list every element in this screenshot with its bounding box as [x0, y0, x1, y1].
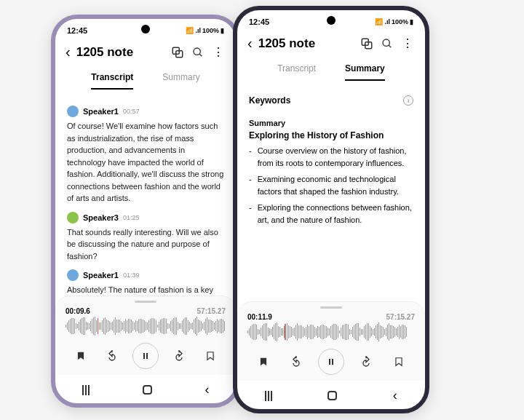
- transcript-text[interactable]: That sounds really interesting. Will we …: [67, 226, 224, 263]
- playhead-cursor[interactable]: [285, 324, 285, 340]
- tab-summary[interactable]: Summary: [162, 66, 199, 90]
- nav-recents[interactable]: [82, 385, 90, 395]
- speaker-name: Speaker1: [83, 107, 119, 116]
- translate-icon[interactable]: [360, 37, 374, 50]
- back-icon[interactable]: ‹: [247, 35, 253, 52]
- rewind-icon[interactable]: [102, 346, 122, 366]
- timestamp: 01:39: [123, 272, 140, 279]
- phone-summary: 12:45 📶 .ıl 100% ▮ ‹ 1205 note ⋮ Transcr…: [233, 6, 429, 413]
- total-time: 57:15.27: [386, 313, 415, 321]
- drag-handle[interactable]: [320, 306, 342, 309]
- header: ‹ 1205 note ⋮: [237, 29, 425, 58]
- bookmark-add-icon[interactable]: [200, 346, 221, 366]
- player-controls: [247, 344, 415, 379]
- svg-point-2: [194, 48, 200, 55]
- speaker-name: Speaker1: [83, 271, 119, 280]
- player-controls: [66, 338, 226, 373]
- timestamp: 01:25: [123, 214, 140, 221]
- nav-back[interactable]: ‹: [205, 382, 210, 397]
- tab-transcript[interactable]: Transcript: [277, 58, 316, 81]
- current-time: 00:11.9: [247, 313, 272, 321]
- bullet-text: Course overview on the history of fashio…: [258, 145, 413, 169]
- pause-button[interactable]: [318, 349, 344, 375]
- audio-player: 00:09.6 57:15.27: [55, 296, 236, 375]
- tab-summary[interactable]: Summary: [345, 58, 385, 81]
- nav-back[interactable]: ‹: [393, 388, 397, 403]
- avatar: [67, 269, 79, 281]
- status-icons: 📶 .ıl 100% ▮: [186, 27, 224, 34]
- total-time: 57:15.27: [197, 307, 226, 315]
- time-row: 00:09.6 57:15.27: [66, 307, 226, 315]
- waveform[interactable]: [247, 324, 415, 340]
- status-time: 12:45: [249, 17, 269, 26]
- svg-rect-10: [329, 359, 330, 365]
- speaker-name: Speaker3: [83, 213, 119, 222]
- search-icon[interactable]: [191, 47, 205, 58]
- info-icon[interactable]: i: [403, 95, 413, 106]
- svg-point-8: [383, 39, 389, 46]
- battery-icon: ▮: [221, 27, 224, 34]
- tabs: Transcript Summary: [237, 58, 425, 81]
- forward-icon[interactable]: [356, 352, 376, 372]
- header: ‹ 1205 note ⋮: [55, 38, 236, 66]
- bullet-text: Exploring the connections between fashio…: [258, 202, 413, 226]
- audio-player: 00:11.9 57:15.27: [237, 301, 425, 381]
- speaker-row: Speaker1 01:39: [67, 269, 224, 281]
- transcript-content[interactable]: Speaker1 00:57 Of course! We'll examine …: [55, 92, 236, 296]
- summary-title: Exploring the History of Fashion: [249, 130, 413, 140]
- time-row: 00:11.9 57:15.27: [247, 313, 415, 321]
- rewind-icon[interactable]: [286, 352, 306, 372]
- signal-icon: .ıl: [384, 18, 390, 25]
- phone-transcript: 12:45 📶 .ıl 100% ▮ ‹ 1205 note ⋮ Transcr…: [51, 15, 240, 408]
- playhead-cursor[interactable]: [98, 318, 98, 334]
- svg-line-9: [389, 45, 391, 47]
- nav-bar: ‹: [55, 375, 236, 403]
- current-time: 00:09.6: [66, 307, 90, 315]
- back-icon[interactable]: ‹: [66, 44, 71, 60]
- bookmark-icon[interactable]: [71, 346, 91, 366]
- drag-handle[interactable]: [135, 301, 156, 303]
- waveform[interactable]: [66, 318, 226, 334]
- tab-transcript[interactable]: Transcript: [91, 66, 133, 90]
- camera-notch: [327, 16, 336, 25]
- summary-section-label: Summary: [249, 119, 413, 127]
- forward-icon[interactable]: [169, 346, 189, 366]
- battery-text: 100%: [392, 18, 408, 25]
- summary-content[interactable]: Keywords i Summary Exploring the History…: [237, 84, 425, 301]
- keywords-row: Keywords i: [249, 90, 413, 111]
- translate-icon[interactable]: [170, 46, 185, 59]
- page-title: 1205 note: [76, 45, 164, 60]
- signal-icon: .ıl: [195, 27, 201, 34]
- wifi-icon: 📶: [186, 27, 194, 34]
- svg-rect-5: [146, 353, 148, 359]
- wifi-icon: 📶: [375, 18, 383, 25]
- bookmark-icon[interactable]: [253, 352, 274, 372]
- svg-rect-4: [143, 353, 145, 359]
- transcript-text[interactable]: Of course! We'll examine how factors suc…: [67, 120, 224, 205]
- search-icon[interactable]: [380, 38, 394, 49]
- status-time: 12:45: [67, 26, 87, 35]
- nav-bar: ‹: [237, 381, 425, 409]
- battery-icon: ▮: [410, 18, 413, 25]
- bullet-dash: -: [249, 173, 252, 197]
- status-icons: 📶 .ıl 100% ▮: [375, 18, 413, 25]
- avatar: [67, 106, 79, 117]
- speaker-row: Speaker3 01:25: [67, 212, 224, 223]
- keywords-label: Keywords: [249, 95, 290, 106]
- pause-button[interactable]: [132, 343, 159, 369]
- bullet-dash: -: [249, 145, 252, 169]
- more-icon[interactable]: ⋮: [400, 36, 415, 50]
- bullet-text: Examining economic and technological fac…: [258, 173, 413, 197]
- summary-bullet: - Course overview on the history of fash…: [249, 145, 413, 169]
- speaker-row: Speaker1 00:57: [67, 106, 224, 117]
- camera-notch: [141, 25, 150, 33]
- nav-home[interactable]: [143, 385, 152, 395]
- page-title: 1205 note: [258, 36, 354, 51]
- nav-home[interactable]: [328, 391, 337, 400]
- avatar: [67, 212, 79, 223]
- transcript-text[interactable]: Absolutely! The nature of fashion is a k…: [67, 284, 224, 296]
- more-icon[interactable]: ⋮: [211, 45, 226, 59]
- nav-recents[interactable]: [265, 391, 272, 401]
- summary-bullet: - Exploring the connections between fash…: [249, 202, 413, 226]
- bookmark-add-icon[interactable]: [389, 352, 409, 372]
